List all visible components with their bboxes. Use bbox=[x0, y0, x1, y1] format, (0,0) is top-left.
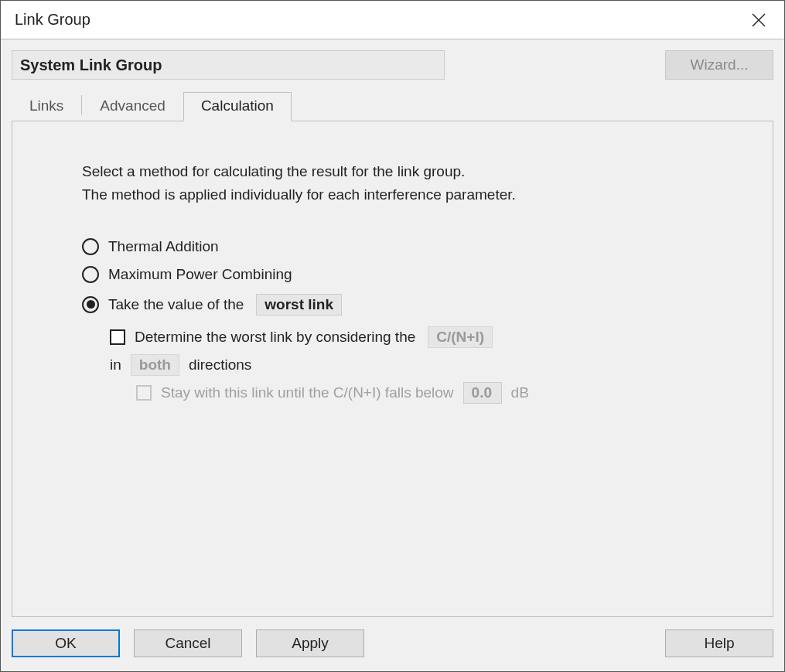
close-icon bbox=[752, 13, 766, 27]
checkbox-determine-worst[interactable]: Determine the worst link by considering … bbox=[110, 326, 718, 348]
tab-advanced[interactable]: Advanced bbox=[82, 92, 183, 121]
tab-calculation[interactable]: Calculation bbox=[183, 92, 292, 121]
direction-row: in both directions bbox=[110, 354, 718, 376]
dialog-link-group: Link Group System Link Group Wizard... L… bbox=[0, 0, 785, 672]
direction-select[interactable]: both bbox=[131, 354, 179, 376]
instruction-line-1: Select a method for calculating the resu… bbox=[82, 160, 718, 183]
window-title: Link Group bbox=[15, 11, 741, 29]
radio-max-power-combining[interactable]: Maximum Power Combining bbox=[82, 266, 718, 283]
checkbox-label-prefix: Determine the worst link by considering … bbox=[135, 329, 415, 346]
titlebar: Link Group bbox=[1, 1, 784, 39]
header-row: System Link Group Wizard... bbox=[12, 50, 773, 80]
dialog-footer: OK Cancel Apply Help bbox=[1, 617, 784, 671]
radio-label: Maximum Power Combining bbox=[108, 266, 292, 283]
radio-icon bbox=[82, 266, 99, 283]
wizard-button[interactable]: Wizard... bbox=[665, 50, 773, 80]
radio-label-prefix: Take the value of the bbox=[108, 296, 244, 313]
apply-button[interactable]: Apply bbox=[256, 629, 364, 657]
dialog-body: System Link Group Wizard... Links Advanc… bbox=[1, 39, 784, 617]
radio-icon bbox=[82, 238, 99, 255]
radio-icon bbox=[82, 296, 99, 313]
tab-links[interactable]: Links bbox=[12, 92, 81, 121]
ok-button[interactable]: OK bbox=[12, 629, 120, 657]
threshold-unit: dB bbox=[511, 384, 529, 401]
instruction-line-2: The method is applied individually for e… bbox=[82, 183, 718, 206]
in-label: in bbox=[110, 356, 121, 374]
group-name-field[interactable]: System Link Group bbox=[12, 50, 445, 80]
directions-label: directions bbox=[189, 356, 251, 374]
tab-panel-calculation: Select a method for calculating the resu… bbox=[12, 121, 773, 617]
stay-label-prefix: Stay with this link until the C/(N+I) fa… bbox=[161, 384, 454, 401]
stay-row-wrapper: Stay with this link until the C/(N+I) fa… bbox=[136, 382, 718, 404]
checkbox-icon bbox=[110, 329, 125, 345]
instruction-text: Select a method for calculating the resu… bbox=[82, 160, 718, 207]
checkbox-icon bbox=[136, 385, 152, 401]
radio-label: Thermal Addition bbox=[108, 238, 219, 255]
sub-options: Determine the worst link by considering … bbox=[110, 326, 718, 404]
criterion-select[interactable]: C/(N+I) bbox=[428, 326, 493, 348]
threshold-input: 0.0 bbox=[463, 382, 502, 404]
help-button[interactable]: Help bbox=[665, 629, 773, 657]
tabs: Links Advanced Calculation bbox=[12, 92, 773, 121]
radio-thermal-addition[interactable]: Thermal Addition bbox=[82, 238, 718, 255]
close-button[interactable] bbox=[741, 2, 776, 38]
cancel-button[interactable]: Cancel bbox=[134, 629, 242, 657]
worst-link-select[interactable]: worst link bbox=[256, 294, 342, 316]
checkbox-stay-with-link: Stay with this link until the C/(N+I) fa… bbox=[136, 382, 718, 404]
radio-take-value[interactable]: Take the value of the worst link bbox=[82, 294, 718, 316]
